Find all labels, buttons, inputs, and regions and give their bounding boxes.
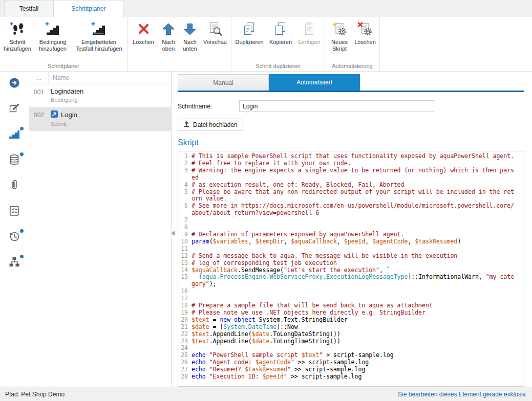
document-tabbar: Testfall Schrittplaner — [0, 0, 532, 17]
schrittname-input[interactable] — [239, 100, 434, 112]
tab-automatisiert[interactable]: Automatisiert — [269, 74, 360, 91]
ribbon-group-schritt-duplizieren: Duplizieren Kopieren — [231, 17, 325, 71]
column-header-name: Name — [49, 74, 69, 81]
code-line: 19# Please note we use .NET objects here… — [178, 309, 524, 317]
step-row-002[interactable]: 002 Login Schritt — [29, 107, 171, 131]
sidebar-item-checklist[interactable] — [8, 206, 20, 218]
notification-dot — [20, 127, 24, 130]
code-line: 21$date = [System.DateTime]::Now — [178, 324, 524, 331]
sidebar-item-edit[interactable] — [8, 103, 20, 116]
tab-schrittplaner[interactable]: Schrittplaner — [54, 0, 123, 17]
step-detail-panel: Manual Automatisiert Schrittname: Datei … — [172, 72, 532, 387]
copy-button[interactable]: Kopieren — [266, 17, 295, 46]
app-window: Testfall Schrittplaner — [0, 0, 532, 401]
code-line: 14$aquaCallback.SendMessage("Let's start… — [178, 267, 524, 274]
upload-file-label: Datei hochladen — [193, 121, 238, 128]
step-row-title: Login — [51, 110, 171, 119]
database-icon — [8, 153, 20, 168]
ribbon-group-edit: Löschen Nach oben Nach unten — [127, 17, 231, 71]
history-clock-icon — [8, 230, 20, 244]
copy-label: Kopieren — [269, 39, 292, 46]
upload-icon — [183, 121, 190, 129]
notification-dot — [20, 229, 24, 233]
step-row-title: Logindaten — [51, 87, 171, 95]
code-line: 27echo "Resumed? $taskResumed" >> script… — [178, 366, 524, 373]
move-down-button[interactable]: Nach unten — [179, 17, 201, 52]
footprints-plus-icon — [9, 21, 26, 37]
arrow-up-icon — [160, 21, 177, 37]
duplicate-button[interactable]: Duplizieren — [233, 17, 266, 46]
copy-documents-icon — [272, 21, 289, 37]
code-line: 1# This is sample PowerShell script that… — [178, 153, 524, 160]
delete-label: Löschen — [133, 39, 154, 46]
paste-label: Einfügen — [298, 39, 320, 46]
preview-button[interactable]: Vorschau — [201, 17, 229, 46]
copy-documents-icon — [241, 21, 258, 37]
notification-dot — [20, 152, 24, 156]
ribbon-group-label-automatisierung: Automatisierung — [327, 61, 378, 71]
script-gear-delete-icon — [357, 21, 373, 37]
automated-step-icon — [51, 110, 58, 119]
status-bar: Pfad: Pet Shop Demo Sie bearbeiten diese… — [0, 387, 532, 401]
document-magnifier-icon — [207, 21, 223, 37]
script-heading: Skript — [178, 138, 524, 148]
add-step-button[interactable]: Schritt hinzufügen — [2, 17, 33, 52]
code-line: 8 — [178, 224, 524, 231]
code-line: 2# Feel free to replace it with your own… — [178, 160, 524, 167]
script-editor[interactable]: 1# This is sample PowerShell script that… — [178, 151, 524, 387]
add-embedded-testcase-button[interactable]: Eingebetteten Testfall hinzufügen — [72, 17, 125, 52]
hierarchy-icon — [8, 256, 20, 270]
code-line: 20$text = new-object System.Text.StringB… — [178, 317, 524, 324]
code-line: 15 [aqua.ProcessEngine.WebServiceProxy.E… — [178, 274, 524, 288]
move-up-button[interactable]: Nach oben — [158, 17, 179, 52]
sidebar-item-data[interactable] — [8, 154, 20, 167]
tab-manual[interactable]: Manual — [178, 74, 269, 91]
sidebar-item-open[interactable] — [8, 78, 20, 90]
upload-file-button[interactable]: Datei hochladen — [178, 119, 243, 130]
code-line: 3# Warning: the engine expects a single … — [178, 167, 524, 182]
preview-label: Vorschau — [203, 39, 227, 46]
code-line: 24 — [178, 345, 524, 352]
delete-script-button[interactable]: Löschen — [352, 17, 378, 46]
checklist-icon — [8, 205, 20, 219]
stairs-icon — [8, 128, 20, 142]
code-line: 16 — [178, 288, 524, 295]
add-condition-button[interactable]: Bedingung hinzufügen — [33, 17, 72, 52]
sidebar-item-attachments[interactable] — [8, 180, 20, 192]
tab-testfall[interactable]: Testfall — [4, 0, 54, 17]
ribbon-group-schrittplaner: Schritt hinzufügen Bedingung hinzufügen — [0, 17, 127, 71]
steps-list-panel: ... Name 001 Logindaten Bedingung 002 — [29, 72, 172, 387]
status-lock-message: Sie bearbeiten dieses Element gerade exk… — [398, 391, 527, 398]
code-line: 13# log of corresponding test job execut… — [178, 260, 524, 267]
ribbon-group-label-empty — [129, 61, 229, 71]
code-line: 10param($variables, $tempDir, $aquaCallb… — [178, 238, 524, 246]
delete-script-label: Löschen — [354, 39, 376, 46]
arrow-down-icon — [182, 21, 198, 37]
code-line: 26echo "Agent code: $agentCode" >> scrip… — [178, 359, 524, 366]
code-line: 7 — [178, 217, 524, 224]
column-header-dots: ... — [29, 72, 49, 84]
step-row-subtitle: Schritt — [51, 121, 171, 127]
new-script-button[interactable]: Neues Skript — [327, 17, 352, 52]
ribbon-group-automatisierung: Neues Skript Löschen — [325, 17, 380, 71]
pencil-icon — [8, 102, 20, 117]
sidebar-item-history[interactable] — [8, 231, 20, 243]
clipboard-icon — [301, 21, 317, 37]
paste-button[interactable]: Einfügen — [295, 17, 323, 46]
move-up-label: Nach oben — [158, 39, 179, 52]
code-line: 5# Please be aware that any non-redirect… — [178, 189, 524, 203]
step-row-subtitle: Bedingung — [51, 97, 171, 103]
delete-button[interactable]: Löschen — [129, 17, 158, 46]
step-row-id: 001 — [29, 87, 49, 103]
arrow-circle-icon — [8, 77, 20, 91]
sidebar-item-dependencies[interactable] — [8, 257, 20, 269]
add-step-label: Schritt hinzufügen — [2, 39, 33, 52]
tab-underline — [178, 91, 524, 92]
code-line: 18# Prepare a sample file that will be s… — [178, 302, 524, 309]
paperclip-icon — [8, 179, 20, 193]
step-row-001[interactable]: 001 Logindaten Bedingung — [29, 84, 171, 107]
code-line: 6# See more in https://docs.microsoft.co… — [178, 203, 524, 217]
panel-collapse-handle[interactable] — [172, 230, 176, 236]
move-down-label: Nach unten — [179, 39, 201, 52]
sidebar-item-steps[interactable] — [8, 129, 20, 141]
